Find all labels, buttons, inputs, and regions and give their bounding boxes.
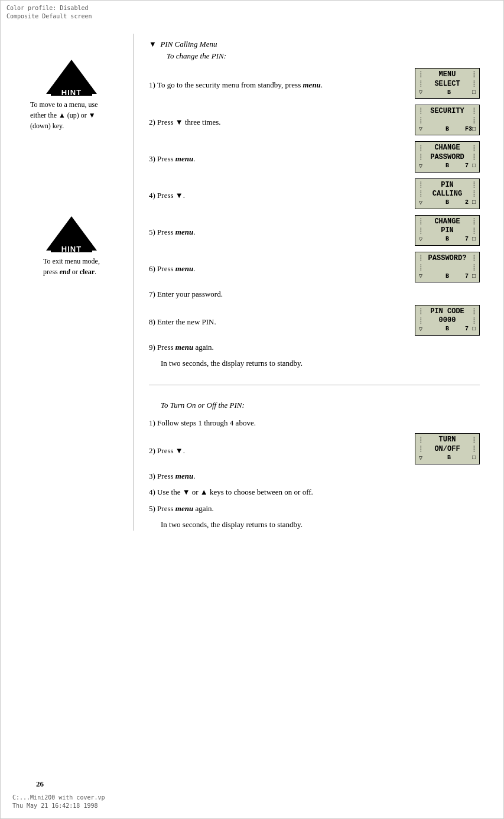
left-sidebar: HINT To move to a menu, use either the ▲… xyxy=(24,34,119,531)
section1-header: ▼ PIN Calling Menu xyxy=(149,40,480,49)
step-5-lcd: ┊CHANGE┊ ┊PIN┊ ▽ B 7 □ xyxy=(415,215,480,246)
step-5-row: 5) Press menu. ┊CHANGE┊ ┊PIN┊ ▽ B 7 □ xyxy=(149,215,480,246)
step-3-text: 3) Press menu. xyxy=(149,150,409,165)
step-4-lcd: ┊PIN┊ ┊CALLING┊ ▽ B 2 □ xyxy=(415,178,480,209)
hint-triangle-2: HINT xyxy=(45,214,98,252)
lcd-6-line1: ┊PASSWORD?┊ xyxy=(419,254,476,264)
s2-step-5: 5) Press menu again. In two seconds, the… xyxy=(149,503,480,531)
bottom-meta-line1: C:...Mini200 with cover.vp xyxy=(12,794,105,802)
hint-triangle-1: HINT xyxy=(45,57,98,96)
step-7-text: 7) Enter your password. xyxy=(149,288,480,300)
lcd-8-line2: ┊0000┊ xyxy=(419,316,476,326)
step-1-row: 1) To go to the security menu from stand… xyxy=(149,68,480,99)
lcd-3-line2: ┊PASSWORD┊ xyxy=(419,153,476,162)
top-metadata: Color profile: Disabled Composite Defaul… xyxy=(1,1,503,22)
lcd-5-bottom: ▽ B 7 □ xyxy=(419,236,476,243)
step-9-text: 9) Press menu again. xyxy=(149,342,480,353)
section-gap xyxy=(149,391,480,401)
hint-text-2: To exit menu mode,press end or clear. xyxy=(43,256,100,277)
s2-step-5-text: 5) Press menu again. xyxy=(149,503,480,515)
lcd-4-line2: ┊CALLING┊ xyxy=(419,190,476,199)
lcd-5-line1: ┊CHANGE┊ xyxy=(419,217,476,227)
step-2-row: 2) Press ▼ three times. ┊SECURITY┊ ┊ ┊ ▽… xyxy=(149,105,480,135)
s2-step-2-row: 2) Press ▼. ┊TURN┊ ┊ON/OFF┊ ▽ B □ xyxy=(149,433,480,464)
step-4-text: 4) Press ▼. xyxy=(149,186,409,202)
top-meta-line1: Color profile: Disabled xyxy=(6,4,498,12)
lcd-1-line1: ┊MENU┊ xyxy=(419,70,476,80)
section1-title: ▼ PIN Calling Menu xyxy=(149,40,217,49)
step-2-text: 2) Press ▼ three times. xyxy=(149,113,409,128)
hint-box-2: HINT To exit menu mode,press end or clea… xyxy=(43,214,100,277)
lcd-s2-2-bottom: ▽ B □ xyxy=(419,454,476,462)
step-4-row: 4) Press ▼. ┊PIN┊ ┊CALLING┊ ▽ B 2 □ xyxy=(149,178,480,209)
section1-subtitle: To change the PIN: xyxy=(167,51,480,61)
lcd-4-bottom: ▽ B 2 □ xyxy=(419,199,476,206)
step-9-sub: In two seconds, the display returns to s… xyxy=(149,358,480,369)
step-3-lcd: ┊CHANGE┊ ┊PASSWORD┊ ▽ B 7 □ xyxy=(415,141,480,172)
top-meta-line2: Composite Default screen xyxy=(6,12,498,21)
lcd-3-bottom: ▽ B 7 □ xyxy=(419,162,476,170)
lcd-s2-2-line2: ┊ON/OFF┊ xyxy=(419,445,476,454)
s2-step-3: 3) Press menu. xyxy=(149,470,480,482)
step-6-text: 6) Press menu. xyxy=(149,259,409,275)
step-3-row: 3) Press menu. ┊CHANGE┊ ┊PASSWORD┊ ▽ B 7… xyxy=(149,141,480,172)
content-area: HINT To move to a menu, use either the ▲… xyxy=(1,22,503,542)
main-content: ▼ PIN Calling Menu To change the PIN: 1)… xyxy=(149,34,480,531)
step-2-lcd: ┊SECURITY┊ ┊ ┊ ▽ B F3□ xyxy=(415,105,480,135)
section-divider xyxy=(149,385,480,385)
lcd-2-bottom: ▽ B F3□ xyxy=(419,125,476,132)
lcd-6-bottom: ▽ B 7 □ xyxy=(419,272,476,280)
lcd-4-line1: ┊PIN┊ xyxy=(419,181,476,190)
lcd-s2-2-line1: ┊TURN┊ xyxy=(419,436,476,445)
page: Color profile: Disabled Composite Defaul… xyxy=(0,0,504,819)
lcd-2-line2: ┊ ┊ xyxy=(419,116,476,126)
lcd-5-line2: ┊PIN┊ xyxy=(419,226,476,236)
step-9: 9) Press menu again. In two seconds, the… xyxy=(149,342,480,369)
section2-title: To Turn On or Off the PIN: xyxy=(161,401,480,410)
lcd-1-line2: ┊SELECT┊ xyxy=(419,80,476,89)
step-1-text: 1) To go to the security menu from stand… xyxy=(149,76,409,91)
svg-text:HINT: HINT xyxy=(61,245,82,252)
lcd-6-line2: ┊ ┊ xyxy=(419,264,476,273)
bottom-meta-line2: Thu May 21 16:42:18 1998 xyxy=(12,802,105,810)
step-8-text: 8) Enter the new PIN. xyxy=(149,313,409,328)
lcd-3-line1: ┊CHANGE┊ xyxy=(419,144,476,153)
bottom-metadata: C:...Mini200 with cover.vp Thu May 21 16… xyxy=(6,791,111,812)
s2-step-2-text: 2) Press ▼. xyxy=(149,441,409,457)
step-6-row: 6) Press menu. ┊PASSWORD?┊ ┊ ┊ ▽ B 7 □ xyxy=(149,252,480,282)
vertical-divider xyxy=(134,34,134,531)
lcd-8-line1: ┊PIN CODE┊ xyxy=(419,307,476,317)
s2-step-2-lcd: ┊TURN┊ ┊ON/OFF┊ ▽ B □ xyxy=(415,433,480,464)
step-5-text: 5) Press menu. xyxy=(149,223,409,238)
step-1-lcd: ┊MENU┊ ┊SELECT┊ ▽ B □ xyxy=(415,68,480,99)
lcd-8-bottom: ▽ B 7 □ xyxy=(419,326,476,333)
s2-step-4: 4) Use the ▼ or ▲ keys to choose between… xyxy=(149,486,480,498)
lcd-2-line1: ┊SECURITY┊ xyxy=(419,107,476,116)
lcd-1-bottom: ▽ B □ xyxy=(419,89,476,96)
svg-text:HINT: HINT xyxy=(61,88,82,96)
s2-step-1: 1) Follow steps 1 through 4 above. xyxy=(149,417,480,429)
step-6-lcd: ┊PASSWORD?┊ ┊ ┊ ▽ B 7 □ xyxy=(415,252,480,282)
step-8-lcd: ┊PIN CODE┊ ┊0000┊ ▽ B 7 □ xyxy=(415,305,480,336)
s2-step-5-sub: In two seconds, the display returns to s… xyxy=(149,519,480,531)
step-8-row: 8) Enter the new PIN. ┊PIN CODE┊ ┊0000┊ … xyxy=(149,305,480,336)
hint-text-1: To move to a menu, use either the ▲ (up)… xyxy=(30,99,113,131)
page-number: 26 xyxy=(36,779,44,789)
hint-box-1: HINT To move to a menu, use either the ▲… xyxy=(30,57,113,131)
